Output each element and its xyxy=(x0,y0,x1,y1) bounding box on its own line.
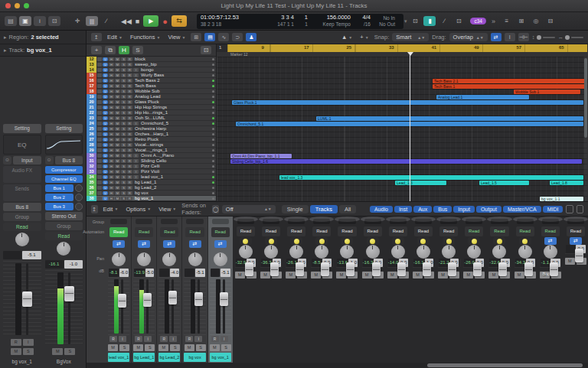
automation-read-button[interactable]: Read xyxy=(237,226,255,236)
track-zoom-icon[interactable]: ⊡ xyxy=(201,46,211,54)
region[interactable]: bg vox_1.1 xyxy=(540,197,583,201)
fader-handle[interactable] xyxy=(321,262,329,276)
fader-handle[interactable] xyxy=(473,262,482,276)
channel-name[interactable]: bg vox xyxy=(184,353,205,362)
lcd-preset-chevron-icon[interactable]: ▾ xyxy=(404,18,407,24)
record-enable-button[interactable]: R xyxy=(127,197,132,200)
pan-knob[interactable] xyxy=(340,245,354,259)
fader-handle[interactable] xyxy=(575,249,583,262)
mute-button[interactable]: M xyxy=(336,272,346,278)
tracks-menu-edit[interactable]: Edit▼ xyxy=(105,34,125,41)
channel-name[interactable]: bg Lead_2 xyxy=(158,353,180,362)
record-enable-button[interactable]: R xyxy=(127,57,132,61)
hide-button[interactable]: H xyxy=(109,181,114,184)
track-row[interactable]: 14UHMSRIbongo xyxy=(87,67,216,73)
hide-button[interactable]: H xyxy=(109,159,114,163)
master-solo-button[interactable]: S xyxy=(132,46,143,54)
vertical-zoom-slider[interactable]: ↕ xyxy=(532,34,555,41)
power-icon[interactable]: ◯ xyxy=(212,205,219,213)
mute-button[interactable]: M xyxy=(108,344,118,351)
input-monitor-button[interactable]: I xyxy=(133,170,139,174)
group-slot[interactable] xyxy=(413,217,434,226)
record-button[interactable]: ● xyxy=(162,17,168,26)
track-row[interactable]: 34UHMSRIlead vox_1 xyxy=(87,174,216,180)
solo-button[interactable]: S xyxy=(119,344,129,351)
region[interactable]: Glass Pluck.1 xyxy=(232,100,583,105)
record-enable-button[interactable]: R xyxy=(127,138,132,142)
mute-button[interactable]: M xyxy=(115,57,120,61)
bounce-button[interactable]: Bnc xyxy=(543,272,550,276)
input-monitor-button[interactable]: I xyxy=(133,159,139,163)
track-on-off-button[interactable]: U xyxy=(103,181,108,184)
automation-read-button[interactable]: Read xyxy=(516,226,534,236)
input-monitor-button[interactable]: I xyxy=(119,336,126,342)
pan-knob[interactable] xyxy=(264,245,278,259)
record-enable-button[interactable]: R xyxy=(127,111,132,115)
record-enable-button[interactable]: R xyxy=(127,116,132,120)
track-on-off-button[interactable]: U xyxy=(103,197,108,200)
track-on-off-button[interactable]: U xyxy=(103,95,108,99)
mute-button[interactable]: M xyxy=(115,164,120,168)
insert-slot[interactable]: Compressor xyxy=(45,166,83,174)
mute-button[interactable]: M xyxy=(514,272,524,278)
loop-browser-icon[interactable]: ◎ xyxy=(530,16,542,26)
record-enable-button[interactable]: R xyxy=(127,63,132,67)
track-on-off-button[interactable]: U xyxy=(103,106,108,109)
track-row[interactable]: 28UHMSRVocal...strings xyxy=(87,142,216,148)
automation-read-button[interactable]: Read xyxy=(490,226,508,236)
hide-button[interactable]: H xyxy=(109,170,114,174)
region[interactable]: Omni Alt Dim Piano_bip_1.1 xyxy=(230,154,292,158)
mixer-strip[interactable]: Read⇄-5.1RIMSbg vox_1 xyxy=(208,217,233,363)
solo-button[interactable]: S xyxy=(121,159,126,163)
solo-button[interactable]: S xyxy=(64,348,75,355)
track-row[interactable]: 21UHMSRHip Hop Strings xyxy=(87,105,216,110)
vertical-scrollbar[interactable] xyxy=(584,57,587,201)
group-slot[interactable] xyxy=(514,217,536,226)
track-row[interactable]: 15UHMSRIWurly Bass xyxy=(87,73,216,78)
mute-button[interactable]: M xyxy=(387,272,397,278)
fader-handle[interactable] xyxy=(245,262,253,276)
eq-display[interactable] xyxy=(45,135,83,155)
solo-button[interactable]: S xyxy=(121,73,126,77)
fader-db-value[interactable]: -5.1 xyxy=(195,269,205,277)
input-monitor-button[interactable]: I xyxy=(144,336,152,342)
rewind-button[interactable]: ◀◀ xyxy=(121,18,132,25)
record-enable-button[interactable]: R xyxy=(135,336,142,342)
pan-knob[interactable] xyxy=(467,245,481,259)
mixer-strip[interactable]: Read⇄-13.9-5.0RIMSbg Lead_1 xyxy=(132,217,156,363)
mixer-menu-edit[interactable]: Edit▼ xyxy=(101,206,121,213)
record-enable-button[interactable]: R xyxy=(127,186,132,190)
group-slot[interactable] xyxy=(463,217,485,226)
automation-read-button[interactable]: Read xyxy=(45,232,83,240)
track-row[interactable]: 33UHMSRIPizz Violi xyxy=(87,169,216,174)
disclosure-icon[interactable]: ▸ xyxy=(4,47,7,54)
track-on-off-button[interactable]: U xyxy=(103,186,108,190)
mute-button[interactable]: M xyxy=(115,186,120,190)
mute-button[interactable]: M xyxy=(158,344,168,351)
pan-knob[interactable] xyxy=(544,245,557,259)
track-on-off-button[interactable]: U xyxy=(103,170,108,174)
metronome-icon[interactable]: ▮ xyxy=(423,16,436,26)
solo-button[interactable]: S xyxy=(121,68,126,72)
fader-handle[interactable] xyxy=(143,293,152,307)
fader-db-value[interactable]: -4.0 xyxy=(170,269,180,277)
add-track-button[interactable]: + xyxy=(91,46,102,54)
automation-read-button[interactable]: Read xyxy=(364,226,382,236)
empty-slot-box[interactable]: Audio FX xyxy=(3,166,41,183)
track-on-off-button[interactable]: U xyxy=(103,68,108,72)
track-on-off-button[interactable]: U xyxy=(103,132,108,136)
automation-read-button[interactable]: Read xyxy=(185,227,204,237)
group-slot[interactable] xyxy=(540,217,561,226)
pan-knob[interactable] xyxy=(289,245,303,259)
nudge-icon[interactable]: ↥ xyxy=(91,33,102,41)
track-on-off-button[interactable]: U xyxy=(103,191,108,195)
track-on-off-button[interactable]: U xyxy=(103,138,108,142)
fader-handle[interactable] xyxy=(220,292,228,306)
fader-handle[interactable] xyxy=(448,262,456,276)
drag-dropdown[interactable]: Overlap▲▼ xyxy=(449,33,488,41)
mute-button[interactable]: M xyxy=(115,73,120,77)
close-window-icon[interactable] xyxy=(5,3,11,8)
mute-button[interactable]: M xyxy=(260,272,270,278)
input-monitor-button[interactable]: I xyxy=(169,336,177,342)
mute-button[interactable]: M xyxy=(115,154,120,158)
